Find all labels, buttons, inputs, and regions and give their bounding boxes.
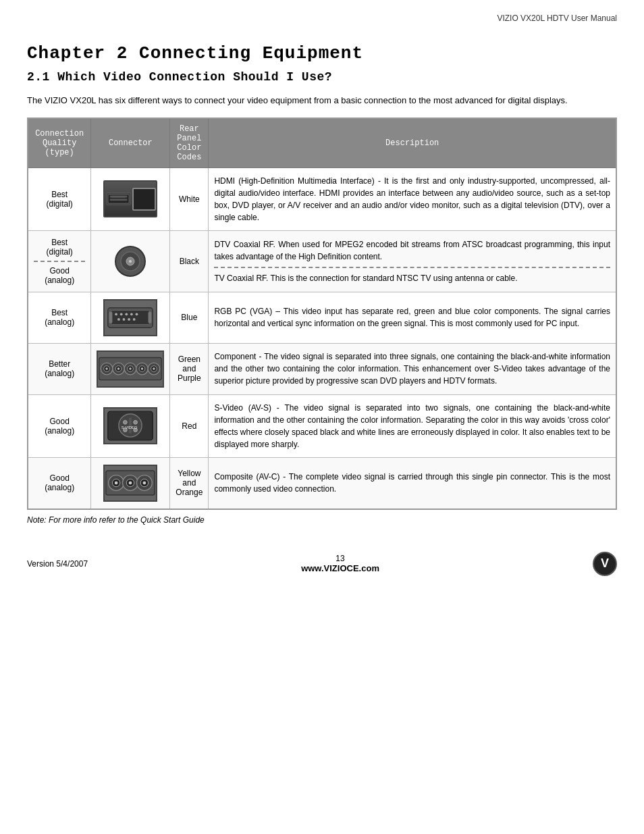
- footer-website: www.VIZIOCE.com: [88, 563, 593, 573]
- svg-point-26: [106, 367, 108, 369]
- table-header-row: ConnectionQuality (type) Connector RearP…: [28, 118, 616, 168]
- svg-point-20: [133, 317, 136, 320]
- svg-point-56: [143, 481, 146, 484]
- quality-cell: Best(digital): [28, 167, 91, 230]
- connector-cell: [91, 457, 170, 509]
- color-code-cell: White: [170, 167, 209, 230]
- description-cell: Component - The video signal is separate…: [209, 343, 616, 394]
- connector-cell: [91, 343, 170, 394]
- table-row: Best(digital) Good(analog) Black DTV Coa…: [28, 230, 616, 292]
- table-row: Best(digital) White HDMI (High-Definitio…: [28, 167, 616, 230]
- vga-svg: [105, 299, 156, 336]
- color-code-cell: GreenandPurple: [170, 343, 209, 394]
- quality-cell: Better(analog): [28, 343, 91, 394]
- col-header-connector: Connector: [91, 118, 170, 168]
- page-header: VIZIO VX20L HDTV User Manual: [27, 14, 617, 23]
- description-cell: HDMI (High-Definition Multimedia Interfa…: [209, 167, 616, 230]
- vga-connector-image: [103, 299, 157, 336]
- svg-point-32: [130, 367, 132, 369]
- col-header-quality: ConnectionQuality (type): [28, 118, 91, 168]
- color-code-cell: Black: [170, 230, 209, 292]
- color-code-cell: YellowandOrange: [170, 457, 209, 509]
- intro-text: The VIZIO VX20L has six different ways t…: [27, 94, 617, 107]
- svg-point-16: [136, 313, 138, 315]
- svg-point-15: [130, 313, 133, 315]
- footer-version: Version 5/4/2007: [27, 559, 88, 569]
- svg-point-17: [117, 317, 120, 320]
- composite-connector-image: [103, 465, 157, 502]
- footer-right: V: [593, 552, 617, 576]
- quality-cell: Best(analog): [28, 292, 91, 343]
- quality-cell: Best(digital) Good(analog): [28, 230, 91, 292]
- svg-point-42: [134, 420, 138, 424]
- footer-center: 13 www.VIZIOCE.com: [88, 554, 593, 573]
- connector-cell: [91, 292, 170, 343]
- footer-page-number: 13: [88, 554, 593, 563]
- table-row: Good(analog): [28, 457, 616, 509]
- description-cell: DTV Coaxial RF. When used for MPEG2 enco…: [209, 230, 616, 292]
- connector-cell: S-VIDEO: [91, 394, 170, 457]
- svg-point-35: [141, 367, 143, 369]
- composite-svg: [105, 465, 156, 502]
- svg-point-9: [129, 260, 132, 263]
- svg-point-13: [120, 313, 123, 315]
- description-cell: S-Video (AV-S) - The video signal is sep…: [209, 394, 616, 457]
- table-row: Better(analog): [28, 343, 616, 394]
- svg-point-53: [129, 481, 132, 484]
- svg-text:S-VIDEO: S-VIDEO: [122, 425, 138, 429]
- connection-table: ConnectionQuality (type) Connector RearP…: [27, 118, 617, 510]
- description-cell: RGB PC (VGA) – This video input has sepa…: [209, 292, 616, 343]
- svg-point-50: [115, 481, 118, 484]
- svg-rect-2: [110, 196, 128, 198]
- col-header-description: Description: [209, 118, 616, 168]
- quality-cell: Good(analog): [28, 457, 91, 509]
- svg-rect-11: [111, 310, 150, 324]
- svg-rect-3: [110, 199, 128, 201]
- coax-connector-image: [113, 244, 147, 278]
- svg-point-14: [126, 313, 128, 315]
- chapter-title: Chapter 2 Connecting Equipment: [27, 43, 617, 63]
- svideo-connector-image: S-VIDEO: [103, 407, 157, 444]
- svg-point-41: [124, 420, 128, 424]
- hdmi-connector-image: [103, 180, 157, 217]
- svg-point-38: [153, 367, 155, 369]
- svg-point-12: [115, 313, 118, 315]
- svideo-svg: S-VIDEO: [105, 407, 156, 444]
- svg-rect-21: [109, 311, 113, 323]
- table-row: Best(analog): [28, 292, 616, 343]
- section-title: 2.1 Which Video Connection Should I Use?: [27, 70, 617, 84]
- svg-point-29: [117, 367, 119, 369]
- col-header-color: RearPanelColorCodes: [170, 118, 209, 168]
- page-footer: Version 5/4/2007 13 www.VIZIOCE.com V: [27, 545, 617, 576]
- description-cell: Composite (AV-C) - The complete video si…: [209, 457, 616, 509]
- svg-rect-22: [149, 311, 152, 323]
- table-row: Good(analog) S-VIDEO Red S-Vide: [28, 394, 616, 457]
- color-code-cell: Red: [170, 394, 209, 457]
- svg-point-18: [123, 317, 126, 320]
- color-code-cell: Blue: [170, 292, 209, 343]
- connector-cell: [91, 167, 170, 230]
- coax-svg: [113, 244, 147, 278]
- svg-point-19: [128, 317, 131, 320]
- hdmi-svg: [105, 180, 132, 217]
- component-connector-image: [97, 350, 164, 388]
- vizio-logo: V: [593, 552, 617, 576]
- quality-cell: Good(analog): [28, 394, 91, 457]
- component-svg: [98, 350, 163, 388]
- note-text: Note: For more info refer to the Quick S…: [27, 515, 617, 525]
- connector-cell: [91, 230, 170, 292]
